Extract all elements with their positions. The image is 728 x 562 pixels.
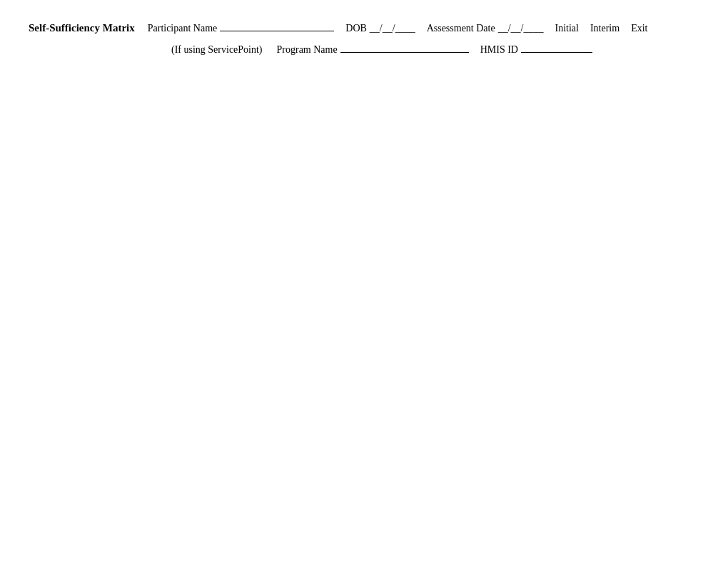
exit-label[interactable]: Exit [631, 23, 647, 34]
interim-label[interactable]: Interim [590, 23, 620, 34]
assessment-date-label: Assessment Date [427, 23, 495, 34]
dob-format: __/__/____ [370, 23, 415, 34]
header-row2: (If using ServicePoint) Program Name HMI… [29, 41, 699, 56]
page: Self-Sufficiency Matrix Participant Name… [0, 0, 728, 562]
program-name-field[interactable] [340, 41, 469, 53]
hmis-id-field[interactable] [521, 41, 592, 53]
dob-label: DOB [345, 23, 367, 34]
service-point-label: (If using ServicePoint) [171, 44, 263, 56]
assessment-date-format: __/__/____ [498, 23, 544, 34]
initial-label[interactable]: Initial [555, 23, 578, 34]
assessment-type-options: Initial Interim Exit [555, 23, 647, 34]
page-title: Self-Sufficiency Matrix [29, 22, 135, 34]
participant-name-field[interactable] [220, 20, 334, 31]
program-name-label: Program Name [277, 44, 338, 56]
participant-name-label: Participant Name [148, 23, 218, 34]
hmis-id-label: HMIS ID [480, 44, 518, 56]
header-row1: Self-Sufficiency Matrix Participant Name… [29, 20, 699, 34]
